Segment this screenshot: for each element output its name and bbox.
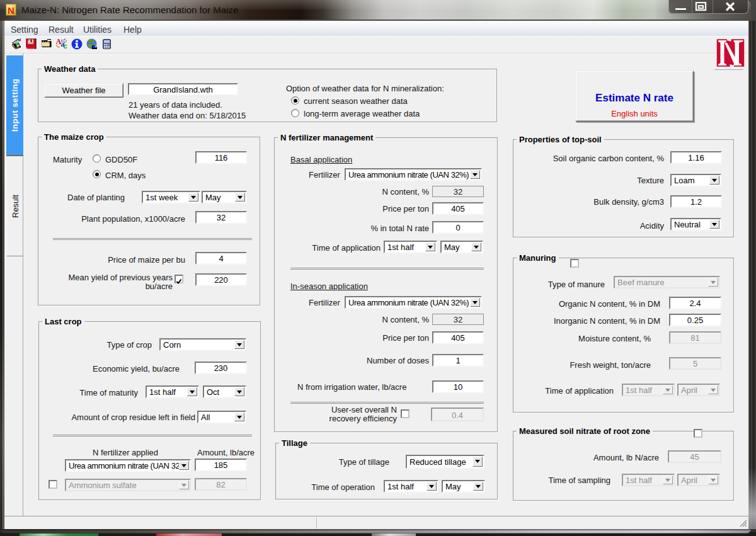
svg-text:c: c bbox=[64, 42, 67, 50]
